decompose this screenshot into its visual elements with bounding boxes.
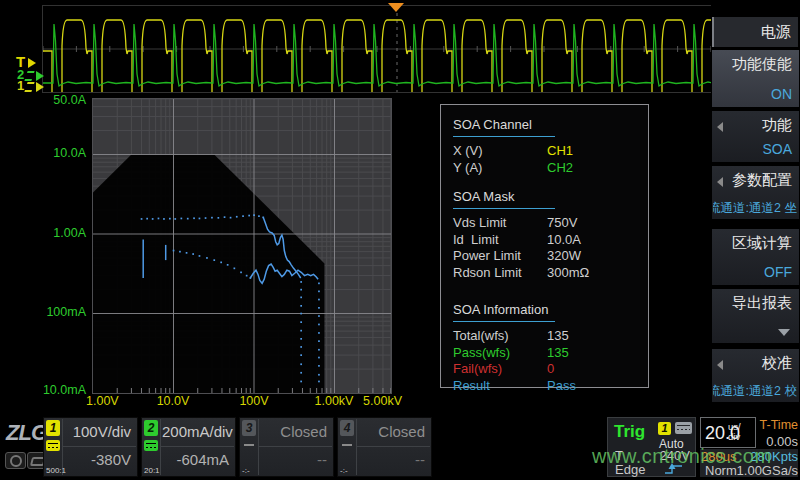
- right-arrow-icon: [36, 82, 44, 92]
- row-value: CH1: [547, 143, 573, 160]
- coupling-off-icon: [242, 440, 256, 451]
- x-axis-tick: 1.00V: [86, 394, 119, 408]
- sidebar-menu: 电源 功能使能 ON 功能 SOA 参数配置 电流通道:通道2 坐 区域计算 O…: [711, 0, 800, 480]
- menu-item-label: 校准: [762, 354, 792, 373]
- row-value: 320W: [547, 248, 581, 265]
- channel-offset: -380V: [64, 448, 131, 472]
- menu-item-value: OFF: [764, 264, 792, 280]
- trigger-coupling-icon: [675, 422, 692, 434]
- channel-1-box[interactable]: 1 500:1 100V/div -380V: [43, 417, 138, 477]
- menu-item-subtext: 电流通道:通道2 校: [713, 383, 797, 399]
- menu-item-calibration[interactable]: 校准 电流通道:通道2 校: [712, 349, 799, 402]
- channel-2-box[interactable]: 2 20:1 200mA/div -604mA: [141, 417, 236, 477]
- row-label: Y (A): [453, 160, 547, 177]
- channel-offset: -604mA: [162, 448, 229, 472]
- row-label: X (V): [453, 143, 547, 160]
- trigger-view-waveforms: [42, 5, 712, 93]
- soa-xy-plot: [92, 98, 392, 394]
- channel-2-badge: 2: [144, 420, 158, 436]
- row-value: 135: [547, 328, 569, 345]
- soa-info-panel: SOA Channel X (V)CH1 Y (A)CH2 SOA Mask V…: [440, 104, 649, 388]
- ch1-zero-level-marker[interactable]: 1: [17, 80, 44, 92]
- menu-item-label: 功能使能: [732, 55, 792, 74]
- y-axis-tick: 1.00A: [34, 226, 86, 240]
- trigger-label: Trig: [614, 422, 645, 442]
- row-label: Rdson Limit: [453, 265, 547, 282]
- y-axis-tick: 10.0A: [34, 146, 86, 160]
- probe-ratio: 20:1: [144, 466, 160, 475]
- channel-offset: --: [358, 448, 425, 472]
- soa-channel-section: SOA Channel X (V)CH1 Y (A)CH2: [453, 114, 636, 176]
- x-axis-tick: 1.00kV: [311, 394, 357, 408]
- y-axis-tick: 10.0mA: [34, 383, 86, 397]
- menu-item-label: 区域计算: [732, 234, 792, 253]
- menu-item-value: ON: [771, 86, 792, 102]
- dropdown-arrow-icon: [778, 329, 790, 336]
- submenu-arrow-icon: [717, 360, 723, 370]
- submenu-arrow-icon: [717, 122, 723, 132]
- row-value: 0: [547, 361, 554, 378]
- submenu-arrow-icon: [717, 177, 723, 187]
- soa-information-section: SOA Information Total(wfs)135 Pass(wfs)1…: [453, 299, 636, 394]
- dc-coupling-icon: [144, 440, 158, 451]
- right-arrow-icon: [28, 58, 36, 68]
- ch1-marker-label: 1: [17, 78, 24, 93]
- timebase-unit: us/div: [728, 422, 752, 442]
- trigger-position-marker[interactable]: [388, 3, 404, 12]
- section-title: SOA Channel: [453, 114, 555, 137]
- t-time-label: T-Time: [754, 418, 798, 432]
- channel-scale: Closed: [260, 420, 327, 444]
- section-title: SOA Information: [453, 299, 555, 322]
- row-label: Id Limit: [453, 232, 547, 249]
- row-label: Total(wfs): [453, 328, 547, 345]
- channel-4-box[interactable]: 4 -:- Closed --: [337, 417, 432, 477]
- row-value: 750V: [547, 215, 577, 232]
- row-value: 135: [547, 345, 569, 362]
- menu-item-label: 功能: [762, 116, 792, 135]
- row-value: 10.0A: [547, 232, 581, 249]
- y-axis-tick: 50.0A: [34, 93, 86, 107]
- ground-icon: [25, 82, 35, 92]
- channel-offset: --: [260, 448, 327, 472]
- menu-item-parameter-config[interactable]: 参数配置 电流通道:通道2 坐: [712, 166, 799, 219]
- timebase-box[interactable]: 20.0 us/div: [700, 417, 756, 448]
- section-title: SOA Mask: [453, 186, 555, 209]
- probe-ratio: -:-: [242, 466, 250, 475]
- row-label: Power Limit: [453, 248, 547, 265]
- row-value: CH2: [547, 160, 573, 177]
- x-axis-tick: 100V: [236, 394, 272, 408]
- menu-item-label: 导出报表: [732, 294, 792, 313]
- menu-item-function-enable[interactable]: 功能使能 ON: [712, 50, 799, 107]
- touch-icon[interactable]: [5, 452, 26, 469]
- menu-item-value: SOA: [762, 141, 792, 157]
- oscilloscope-screen: T 2 1 50.0A 10.0A 1.00A 100mA 10.0mA 1.0…: [0, 0, 800, 480]
- menu-item-subtext: 电流通道:通道2 坐: [713, 200, 797, 216]
- menu-item-function[interactable]: 功能 SOA: [712, 111, 799, 162]
- x-axis-tick: 5.00kV: [360, 394, 402, 408]
- row-value: 300mΩ: [547, 265, 589, 282]
- menu-item-label: 参数配置: [732, 171, 792, 190]
- channel-1-badge: 1: [46, 420, 60, 436]
- channel-scale: 100V/div: [64, 420, 131, 444]
- channel-3-box[interactable]: 3 -:- Closed --: [239, 417, 334, 477]
- x-axis-tick: 10.0V: [152, 394, 194, 408]
- channel-scale: 200mA/div: [162, 420, 229, 444]
- y-axis-tick: 100mA: [34, 305, 86, 319]
- menu-item-export-report[interactable]: 导出报表: [712, 289, 799, 343]
- dc-coupling-icon: [46, 440, 60, 451]
- power-button[interactable]: 电源: [712, 17, 798, 47]
- row-value: Pass: [547, 378, 576, 395]
- channel-4-badge: 4: [340, 420, 354, 436]
- coupling-off-icon: [340, 440, 354, 451]
- power-button-label: 电源: [761, 23, 791, 42]
- row-label: Fail(wfs): [453, 361, 547, 378]
- channel-3-badge: 3: [242, 420, 256, 436]
- trigger-source-badge: 1: [658, 422, 671, 435]
- menu-item-area-calc[interactable]: 区域计算 OFF: [712, 229, 799, 285]
- row-label: Vds Limit: [453, 215, 547, 232]
- row-label: Pass(wfs): [453, 345, 547, 362]
- logo-text: ZLG: [6, 420, 47, 445]
- probe-ratio: -:-: [340, 466, 348, 475]
- row-label: Result: [453, 378, 547, 395]
- soa-mask-section: SOA Mask Vds Limit750V Id Limit10.0A Pow…: [453, 186, 636, 281]
